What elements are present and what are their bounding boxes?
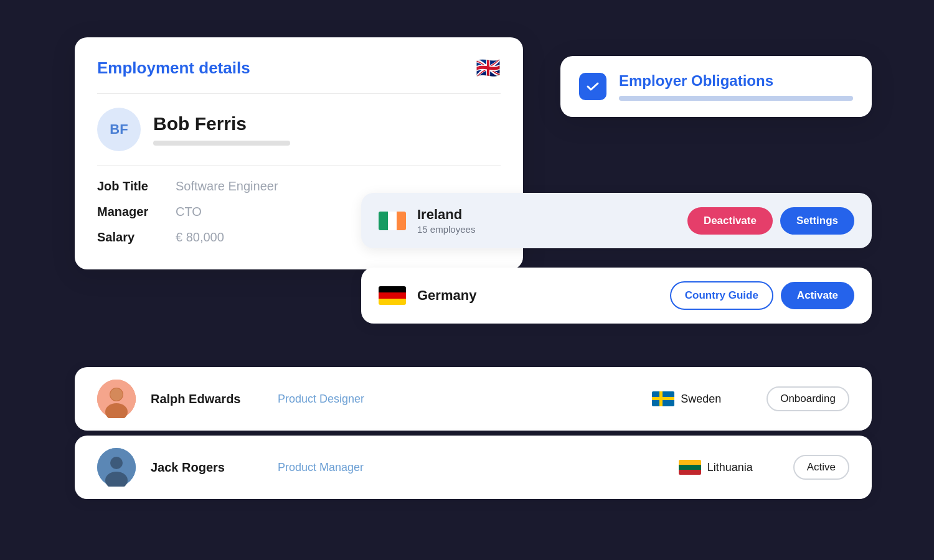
- svg-point-3: [110, 388, 123, 401]
- ralph-avatar: [97, 380, 136, 418]
- germany-info: Germany: [417, 287, 659, 304]
- ireland-info: Ireland 15 employees: [417, 207, 676, 235]
- manager-value: CTO: [176, 205, 202, 219]
- activate-button[interactable]: Activate: [781, 282, 854, 309]
- ireland-flag-icon: [379, 212, 406, 230]
- jack-country-name: Lithuania: [707, 461, 753, 474]
- svg-point-5: [110, 457, 123, 469]
- uk-flag-icon: 🇬🇧: [476, 56, 501, 80]
- jack-status-badge: Active: [793, 455, 849, 480]
- avatar: BF: [97, 108, 141, 151]
- sweden-flag-icon: [652, 391, 674, 406]
- deactivate-button[interactable]: Deactivate: [687, 207, 773, 235]
- employee-row-jack: Jack Rogers Product Manager Lithuania Ac…: [75, 436, 872, 499]
- manager-label: Manager: [97, 205, 166, 219]
- country-guide-button[interactable]: Country Guide: [670, 281, 773, 310]
- ireland-name: Ireland: [417, 207, 676, 223]
- germany-name: Germany: [417, 287, 659, 304]
- employee-name-block: Bob Ferris: [153, 113, 290, 146]
- ralph-name: Ralph Edwards: [151, 392, 263, 406]
- ireland-country-card: Ireland 15 employees Deactivate Settings: [361, 193, 872, 248]
- jack-avatar: [97, 448, 136, 487]
- germany-actions: Country Guide Activate: [670, 281, 854, 310]
- ralph-country-name: Sweden: [681, 393, 721, 406]
- job-title-value: Software Engineer: [176, 179, 278, 194]
- job-title-row: Job Title Software Engineer: [97, 179, 501, 194]
- obligations-content: Employer Obligations: [619, 72, 853, 101]
- employment-title: Employment details: [97, 58, 250, 78]
- employment-header: Employment details 🇬🇧: [97, 56, 501, 94]
- germany-country-card: Germany Country Guide Activate: [361, 268, 872, 324]
- ralph-country: Sweden: [652, 391, 752, 406]
- ireland-actions: Deactivate Settings: [687, 207, 854, 235]
- employee-row-ralph: Ralph Edwards Product Designer Sweden On…: [75, 367, 872, 431]
- ralph-status-badge: Onboarding: [767, 386, 849, 411]
- salary-value: € 80,000: [176, 230, 224, 245]
- jack-name: Jack Rogers: [151, 460, 263, 475]
- ralph-role: Product Designer: [278, 393, 637, 406]
- germany-flag-icon: [379, 286, 406, 305]
- ireland-employee-count: 15 employees: [417, 224, 676, 235]
- name-underline-decoration: [153, 141, 290, 146]
- obligations-progress-bar: [619, 96, 853, 101]
- checkbox-icon: [579, 73, 606, 100]
- job-title-label: Job Title: [97, 179, 166, 194]
- salary-label: Salary: [97, 230, 166, 245]
- employee-name: Bob Ferris: [153, 113, 290, 134]
- settings-button[interactable]: Settings: [780, 207, 854, 235]
- obligations-title: Employer Obligations: [619, 72, 853, 90]
- lithuania-flag-icon: [679, 460, 701, 475]
- employer-obligations-card: Employer Obligations: [560, 56, 872, 117]
- employee-info-section: BF Bob Ferris: [97, 108, 501, 166]
- jack-role: Product Manager: [278, 461, 664, 474]
- jack-country: Lithuania: [679, 460, 778, 475]
